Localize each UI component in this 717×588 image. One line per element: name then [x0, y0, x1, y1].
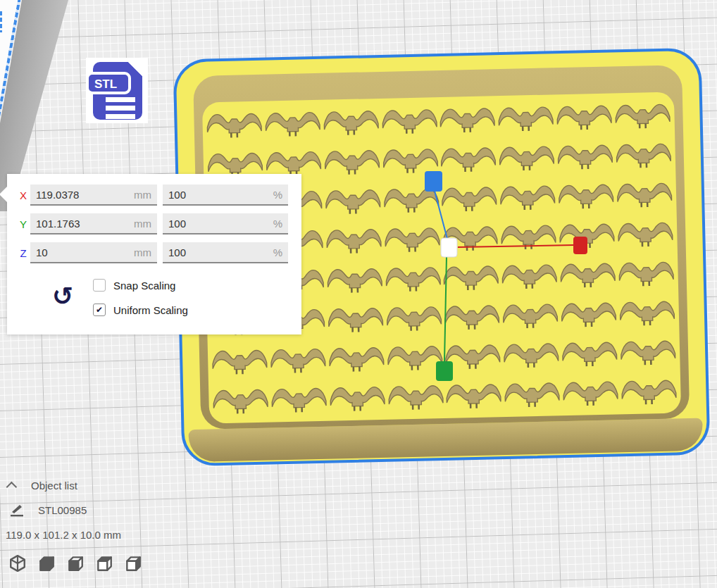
- axis-label-x: X: [18, 189, 29, 201]
- percent-label: %: [273, 189, 282, 201]
- bat-shape: [323, 144, 381, 178]
- bat-shape-cell: [442, 256, 501, 297]
- bat-shape-cell: [321, 101, 380, 142]
- bat-shape-cell: [558, 254, 617, 294]
- scale-z-percent-field[interactable]: %: [163, 242, 288, 263]
- bat-shape-cell: [328, 377, 387, 418]
- bat-shape: [384, 261, 442, 295]
- scale-y-percent-field[interactable]: %: [163, 213, 288, 234]
- view-front-button[interactable]: [37, 554, 56, 573]
- scale-z-mm-field[interactable]: mm: [30, 242, 157, 263]
- bat-shape: [206, 108, 264, 142]
- snap-scaling-checkbox[interactable]: ✔: [93, 279, 106, 292]
- bat-shape: [561, 336, 619, 370]
- bat-shape: [499, 219, 558, 253]
- bat-shape-cell: [560, 332, 619, 373]
- stl-document-icon: STL: [86, 58, 148, 123]
- bat-shape: [211, 384, 270, 418]
- bat-shape-cell: [554, 96, 613, 137]
- bat-shape: [439, 142, 498, 175]
- view-left-button[interactable]: [95, 554, 113, 573]
- bat-shape-cell: [617, 292, 676, 332]
- bat-shape-cell: [326, 299, 385, 339]
- bat-shape-cell: [619, 370, 678, 411]
- scale-x-percent-field[interactable]: %: [163, 184, 288, 206]
- bat-shape-cell: [263, 103, 323, 144]
- scale-handle-center[interactable]: [441, 238, 457, 257]
- scale-handle-z[interactable]: [425, 171, 442, 192]
- bat-shape: [383, 222, 442, 256]
- bat-shape: [269, 343, 328, 377]
- bat-shape-cell: [497, 137, 556, 177]
- bat-shape-cell: [442, 296, 501, 337]
- bat-shape: [270, 382, 328, 416]
- bat-shape-cell: [556, 135, 615, 176]
- percent-label: %: [273, 246, 282, 258]
- buildplate-boundary-line: [0, 11, 2, 32]
- bat-shape: [617, 256, 675, 289]
- scale-x-mm-input[interactable]: [36, 189, 134, 201]
- bat-shape: [497, 140, 556, 174]
- bat-shape: [324, 184, 382, 218]
- bat-shape: [325, 263, 384, 296]
- scale-handle-y[interactable]: [436, 361, 453, 381]
- bat-shape-cell: [327, 338, 386, 379]
- bat-shape-cell: [501, 294, 560, 335]
- object-list-item[interactable]: STL00985: [10, 503, 87, 517]
- checkmark-icon: ✔: [96, 305, 103, 315]
- snap-scaling-label: Snap Scaling: [113, 280, 175, 292]
- scale-z-mm-input[interactable]: [36, 246, 134, 258]
- scale-tool-panel: X mm % Y mm % Z mm: [7, 174, 301, 334]
- pencil-icon: [10, 503, 25, 517]
- scale-x-mm-field[interactable]: mm: [30, 184, 157, 206]
- bat-shape-cell: [616, 213, 675, 254]
- bat-shape: [618, 334, 677, 368]
- bat-shape-cell: [323, 141, 382, 182]
- bat-shape: [503, 377, 561, 411]
- bat-shape: [444, 378, 503, 412]
- view-right-button[interactable]: [124, 554, 142, 573]
- scale-z-percent-input[interactable]: [168, 246, 273, 258]
- view-top-button[interactable]: [66, 554, 85, 573]
- bat-shape: [501, 298, 560, 332]
- bat-shape-cell: [616, 252, 675, 293]
- bat-shape-cell: [561, 372, 620, 413]
- bat-shape: [556, 178, 615, 212]
- bat-shape-cell: [613, 95, 672, 136]
- bat-shape-cell: [385, 297, 444, 338]
- uniform-scaling-checkbox[interactable]: ✔: [93, 304, 106, 316]
- object-name: STL00985: [38, 504, 87, 516]
- bat-shape-cell: [323, 180, 382, 221]
- unit-label: mm: [134, 218, 151, 230]
- uniform-scaling-label: Uniform Scaling: [113, 304, 188, 316]
- uniform-scaling-row[interactable]: ✔ Uniform Scaling: [93, 304, 188, 316]
- bat-shape: [500, 258, 559, 292]
- viewport-3d[interactable]: STL X mm % Y mm: [0, 0, 717, 588]
- bat-shape: [615, 177, 673, 211]
- bat-shape: [440, 181, 499, 215]
- scale-handle-x[interactable]: [573, 237, 587, 254]
- snap-scaling-row[interactable]: ✔ Snap Scaling: [93, 279, 175, 292]
- scale-y-mm-input[interactable]: [36, 218, 134, 230]
- bat-shape-cell: [439, 177, 499, 218]
- bat-shape: [385, 340, 444, 374]
- bat-shape: [385, 301, 443, 334]
- scale-y-percent-input[interactable]: [168, 218, 273, 230]
- bat-shape-cell: [497, 97, 556, 138]
- bat-shape-cell: [618, 331, 678, 372]
- view-3d-button[interactable]: [8, 554, 27, 573]
- bat-shape: [322, 105, 380, 139]
- bat-shape-cell: [325, 259, 385, 300]
- bat-shape-cell: [385, 337, 444, 377]
- bat-shape-cell: [498, 176, 557, 217]
- bat-shape-cell: [383, 258, 442, 299]
- object-list-header[interactable]: Object list: [9, 480, 77, 492]
- reset-scale-button[interactable]: ↺: [48, 283, 77, 310]
- bat-shape-cell: [444, 375, 504, 415]
- bat-shape-cell: [503, 373, 562, 414]
- bat-shape-cell: [211, 341, 270, 382]
- scale-y-mm-field[interactable]: mm: [30, 213, 157, 234]
- bat-shape: [618, 295, 676, 329]
- bat-shape: [325, 223, 383, 257]
- scale-x-percent-input[interactable]: [168, 189, 273, 201]
